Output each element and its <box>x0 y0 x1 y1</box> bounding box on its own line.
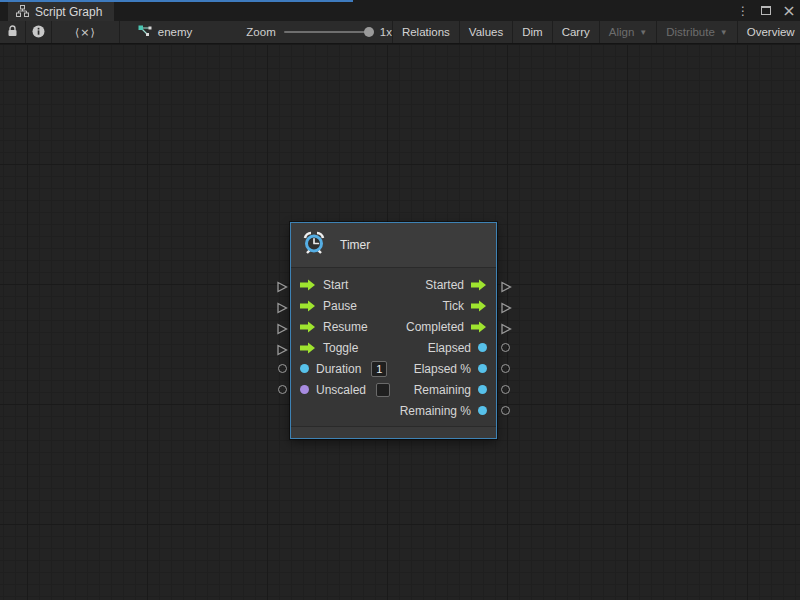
zoom-slider[interactable] <box>284 31 372 33</box>
external-value-input-port[interactable] <box>278 385 287 394</box>
maximize-icon[interactable] <box>759 4 773 18</box>
flow-arrow-icon <box>300 300 316 312</box>
input-unscaled[interactable]: Unscaled <box>291 383 395 397</box>
input-start[interactable]: Start <box>291 278 395 292</box>
graph-canvas[interactable]: Timer Start Started Pause <box>0 44 800 600</box>
graph-breadcrumb-icon <box>138 25 152 39</box>
port-label: Resume <box>323 320 368 334</box>
flow-arrow-icon <box>300 279 316 291</box>
alarm-clock-icon <box>301 230 327 260</box>
flow-arrow-icon <box>300 321 316 333</box>
carry-button[interactable]: Carry <box>552 21 599 43</box>
relations-button[interactable]: Relations <box>392 21 459 43</box>
port-label: Pause <box>323 299 357 313</box>
timer-node[interactable]: Timer Start Started Pause <box>290 222 497 439</box>
external-flow-output-port[interactable] <box>500 300 512 312</box>
variables-button[interactable]: ⟨×⟩ <box>52 21 120 43</box>
external-flow-output-port[interactable] <box>500 321 512 333</box>
node-title: Timer <box>340 238 370 252</box>
port-label: Tick <box>442 299 464 313</box>
port-label: Completed <box>406 320 464 334</box>
port-row: Pause Tick <box>291 295 496 316</box>
zoom-value: 1x <box>380 26 392 38</box>
lock-button[interactable] <box>0 21 26 43</box>
output-completed[interactable]: Completed <box>395 320 496 334</box>
info-button[interactable] <box>26 21 52 43</box>
output-started[interactable]: Started <box>395 278 496 292</box>
timer-node-header[interactable]: Timer <box>291 223 496 268</box>
external-value-output-port[interactable] <box>501 385 510 394</box>
external-flow-input-port[interactable] <box>276 300 288 312</box>
node-footer <box>291 426 496 438</box>
external-value-output-port[interactable] <box>501 406 510 415</box>
distribute-dropdown[interactable]: Distribute ▼ <box>656 21 737 43</box>
input-duration[interactable]: Duration 1 <box>291 361 395 377</box>
flow-arrow-icon <box>300 342 316 354</box>
port-label: Remaining % <box>400 404 471 418</box>
window-controls: ⋮ × <box>736 0 796 21</box>
port-label: Start <box>323 278 348 292</box>
value-port-icon <box>478 385 487 394</box>
align-label: Align <box>609 26 635 38</box>
port-row: Remaining % <box>291 400 496 421</box>
tab-script-graph[interactable]: Script Graph <box>8 2 114 21</box>
port-label: Elapsed % <box>414 362 471 376</box>
port-row: Toggle Elapsed <box>291 337 496 358</box>
port-row: Resume Completed <box>291 316 496 337</box>
flow-arrow-icon <box>471 321 487 333</box>
port-row: Start Started <box>291 274 496 295</box>
input-pause[interactable]: Pause <box>291 299 395 313</box>
value-port-icon <box>478 406 487 415</box>
tab-bar: Script Graph ⋮ × <box>0 0 800 21</box>
external-value-output-port[interactable] <box>501 343 510 352</box>
external-flow-input-port[interactable] <box>276 342 288 354</box>
chevron-down-icon: ▼ <box>720 28 728 37</box>
graph-icon <box>16 3 29 21</box>
external-value-output-port[interactable] <box>501 364 510 373</box>
more-options-icon[interactable]: ⋮ <box>736 4 750 18</box>
port-label: Duration <box>316 362 361 376</box>
external-flow-input-port[interactable] <box>276 279 288 291</box>
value-port-icon <box>478 364 487 373</box>
zoom-control: Zoom 1x <box>246 21 392 43</box>
node-ports-area: Start Started Pause Tick <box>291 268 496 426</box>
port-label: Remaining <box>414 383 471 397</box>
lock-icon <box>7 25 18 39</box>
port-label: Unscaled <box>316 383 366 397</box>
output-elapsed[interactable]: Elapsed <box>395 341 496 355</box>
dim-button[interactable]: Dim <box>512 21 551 43</box>
overview-button[interactable]: Overview <box>737 21 800 43</box>
duration-input[interactable]: 1 <box>371 361 387 377</box>
zoom-slider-handle[interactable] <box>364 27 374 37</box>
output-elapsed-percent[interactable]: Elapsed % <box>395 362 496 376</box>
input-resume[interactable]: Resume <box>291 320 395 334</box>
distribute-label: Distribute <box>666 26 715 38</box>
align-dropdown[interactable]: Align ▼ <box>599 21 657 43</box>
external-value-input-port[interactable] <box>278 364 287 373</box>
port-label: Elapsed <box>428 341 471 355</box>
breadcrumb[interactable]: enemy <box>126 21 205 43</box>
variables-icon: ⟨×⟩ <box>61 26 110 39</box>
close-icon[interactable]: × <box>782 4 796 18</box>
output-remaining-percent[interactable]: Remaining % <box>395 404 496 418</box>
unscaled-checkbox[interactable] <box>376 383 390 397</box>
chevron-down-icon: ▼ <box>639 28 647 37</box>
external-flow-output-port[interactable] <box>500 279 512 291</box>
flow-arrow-icon <box>471 300 487 312</box>
value-port-icon <box>300 385 309 394</box>
output-remaining[interactable]: Remaining <box>395 383 496 397</box>
output-tick[interactable]: Tick <box>395 299 496 313</box>
tab-title: Script Graph <box>35 5 102 19</box>
port-label: Started <box>425 278 464 292</box>
info-icon <box>32 25 45 40</box>
value-port-icon <box>300 364 309 373</box>
port-label: Toggle <box>323 341 358 355</box>
port-row: Unscaled Remaining <box>291 379 496 400</box>
external-flow-input-port[interactable] <box>276 321 288 333</box>
value-port-icon <box>478 343 487 352</box>
values-button[interactable]: Values <box>459 21 512 43</box>
port-row: Duration 1 Elapsed % <box>291 358 496 379</box>
input-toggle[interactable]: Toggle <box>291 341 395 355</box>
graph-toolbar: ⟨×⟩ enemy Zoom 1x Relations Values Dim <box>0 21 800 44</box>
focus-highlight-line <box>0 0 353 2</box>
